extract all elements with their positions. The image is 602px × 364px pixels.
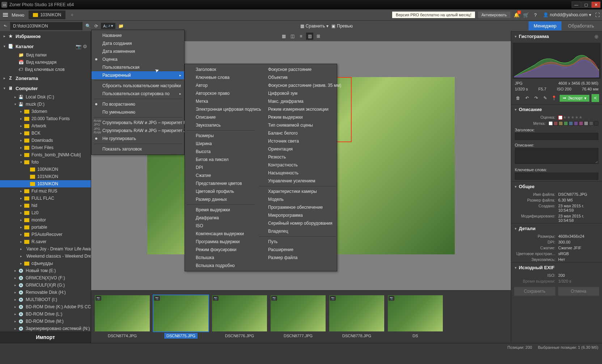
- close-button[interactable]: ✕: [591, 1, 601, 8]
- sidebar-item-folder[interactable]: ▸сфыеудды: [0, 260, 91, 267]
- save-button[interactable]: Сохранить: [514, 287, 555, 296]
- star-icon[interactable]: ★: [575, 115, 578, 120]
- sidebar-item[interactable]: ▸🏷Вид ключевых слов: [0, 66, 91, 73]
- export-button[interactable]: ⮕ Экспорт ▾: [560, 95, 589, 102]
- sidebar-item-folder[interactable]: ▸20.000 Tattoo Fonts: [0, 115, 91, 122]
- star-icon[interactable]: ★: [563, 115, 567, 120]
- menu-item[interactable]: Заголовок: [185, 65, 257, 73]
- color-swatch[interactable]: [559, 121, 563, 126]
- sidebar-item-disk[interactable]: ▸💿GRMCEN(X)VO (F:): [0, 274, 91, 282]
- menu-item[interactable]: Пользовательская: [92, 63, 184, 71]
- compare-button[interactable]: ▦ Сравнить ▾: [300, 24, 328, 29]
- menu-item[interactable]: Битов на пиксел: [185, 156, 257, 164]
- menu-item[interactable]: Цветовой профиль: [185, 187, 257, 195]
- menu-item[interactable]: Режим измерения экспозиции: [257, 105, 338, 113]
- color-swatch[interactable]: [584, 121, 588, 126]
- menu-item[interactable]: Название: [92, 31, 184, 39]
- menu-item[interactable]: Характеристики камеры: [257, 187, 338, 195]
- menu-item[interactable]: Фокусное расстояние (эквив. 35 мм): [257, 81, 338, 89]
- title-input[interactable]: [515, 133, 598, 140]
- menu-item[interactable]: Размеры: [185, 132, 257, 140]
- star-icon[interactable]: ★: [579, 115, 582, 120]
- sidebar-item-disk[interactable]: ▸💿Зарезервировано системой (N:): [0, 325, 91, 331]
- menu-icon[interactable]: [1, 12, 9, 18]
- settings-icon[interactable]: ◉: [594, 34, 598, 39]
- menu-item[interactable]: RAWJPGСгруппировать RAW и JPG – приорите…: [92, 119, 184, 127]
- view-list-icon[interactable]: ≡: [297, 33, 305, 40]
- sidebar-item-disk[interactable]: ▸💿BD-ROM Drive (K:) Adobe PS CC 2015: [0, 303, 91, 310]
- sidebar-item[interactable]: ▸📁Вид папки: [0, 51, 91, 59]
- sidebar-item-folder[interactable]: ▸Lz0: [0, 209, 91, 216]
- sidebar-item-disk[interactable]: ▸💿BD-ROM Drive (L:): [0, 310, 91, 318]
- menu-item[interactable]: Фокусное расстояние: [257, 65, 338, 73]
- menu-item[interactable]: По уменьшению: [92, 108, 184, 116]
- sort-button[interactable]: A↓Z ▾: [101, 23, 115, 29]
- thumbnail[interactable]: 📷 DSCN8777.JPG: [271, 295, 326, 339]
- menu-item[interactable]: Программа выдержки: [185, 238, 257, 246]
- sidebar-item-folder[interactable]: ▸PSAutoRecover: [0, 231, 91, 238]
- color-swatch[interactable]: [554, 121, 558, 126]
- color-swatch[interactable]: [579, 121, 583, 126]
- menu-item[interactable]: Пользовательская сортировка по▸: [92, 90, 184, 98]
- sidebar-item-folder[interactable]: ▸Vance Joy - Dream Your Life Away -...: [0, 245, 91, 253]
- menu-item[interactable]: Тип снимаемой сцены: [257, 121, 338, 129]
- color-swatch[interactable]: [574, 121, 578, 126]
- help-icon[interactable]: ?: [532, 12, 539, 18]
- menu-item[interactable]: Микропрограмма: [257, 211, 338, 219]
- rotate-left-icon[interactable]: ↶: [523, 94, 531, 102]
- menu-item[interactable]: Ключевые слова: [185, 73, 257, 81]
- menu-item[interactable]: Владелец: [257, 227, 338, 235]
- sidebar-item-folder[interactable]: ▸portable: [0, 224, 91, 231]
- details-header[interactable]: ▾Детали: [511, 223, 602, 233]
- refresh-icon[interactable]: ⟳: [94, 23, 99, 29]
- menu-item[interactable]: Компенсация выдержки: [185, 230, 257, 238]
- sidebar-item-folder[interactable]: ▸Artwork: [0, 122, 91, 130]
- menu-item[interactable]: Не группировать: [92, 135, 184, 143]
- rating-clear[interactable]: [558, 115, 563, 120]
- menu-item[interactable]: Режим выдержки: [257, 113, 338, 121]
- menu-item[interactable]: Вспышка: [185, 254, 257, 262]
- user-menu[interactable]: 👤nohdd@yahoo.com ▾: [543, 12, 591, 17]
- view-grid-icon[interactable]: ⊞: [315, 33, 322, 40]
- color-none[interactable]: [548, 121, 553, 126]
- menu-item[interactable]: Время выдержки: [185, 206, 257, 214]
- menu-item[interactable]: Показать заголовок: [92, 145, 184, 153]
- menu-item[interactable]: Программное обеспечение: [257, 203, 338, 211]
- menu-item[interactable]: Контрастность: [257, 161, 338, 169]
- menu-item[interactable]: Баланс белого: [257, 129, 338, 137]
- preview-button[interactable]: ▣ Превью: [331, 24, 353, 29]
- sidebar-item-folder[interactable]: ▾foto: [0, 158, 91, 166]
- thumbnail[interactable]: 📷 DSCN8778.JPG: [329, 295, 384, 339]
- menu-item[interactable]: Сжатие: [185, 172, 257, 179]
- star-icon[interactable]: ★: [571, 115, 575, 120]
- tab-folder[interactable]: 103NIKON: [29, 10, 65, 19]
- location-icon[interactable]: 📍: [550, 94, 558, 102]
- menu-item[interactable]: Ориентация: [257, 145, 338, 153]
- menu-item[interactable]: Авторское право: [185, 89, 257, 97]
- sidebar-item-folder[interactable]: ▸Downloads: [0, 137, 91, 144]
- menu-label[interactable]: Меню: [12, 12, 24, 18]
- menu-item[interactable]: Объектив: [257, 73, 338, 81]
- thumbnail[interactable]: 📷 DSCN8775.JPG: [153, 295, 208, 339]
- gear-icon[interactable]: 📷 ⚙: [76, 44, 87, 49]
- menu-item[interactable]: Электронная цифровая подпись: [185, 105, 257, 113]
- sidebar-item-folder[interactable]: ▸Ful muz RUS: [0, 187, 91, 195]
- sidebar-item-folder[interactable]: ▸Weekend classics - Weekend Dreams: [0, 253, 91, 260]
- bell-icon[interactable]: 🔔1: [513, 12, 520, 18]
- tab-add-button[interactable]: +: [68, 12, 76, 18]
- menu-item[interactable]: Дата изменения: [92, 47, 184, 55]
- menu-item[interactable]: Серийный номер оборудования: [257, 219, 338, 227]
- menu-item[interactable]: DPI: [185, 164, 257, 172]
- edit-icon[interactable]: ✎: [541, 94, 549, 102]
- sidebar-item-folder[interactable]: ▸103NIKON: [0, 180, 91, 187]
- sidebar-item-folder[interactable]: ▸monitor: [0, 216, 91, 224]
- sidebar-item-folder[interactable]: ▸hid: [0, 202, 91, 209]
- menu-item[interactable]: Вспышка подробно: [185, 262, 257, 270]
- general-header[interactable]: ▾Общее: [511, 181, 602, 191]
- view-grid-large-icon[interactable]: ▦: [280, 33, 287, 40]
- menu-item[interactable]: Макс. диафрагма: [257, 97, 338, 105]
- path-input[interactable]: [10, 22, 82, 30]
- fullscreen-icon[interactable]: ⛶: [594, 12, 601, 18]
- sidebar-item-disk[interactable]: ▸💿GRMCULF(X)R (G:): [0, 282, 91, 289]
- sidebar-catalog[interactable]: ▾📑Каталог📷 ⚙: [0, 41, 91, 51]
